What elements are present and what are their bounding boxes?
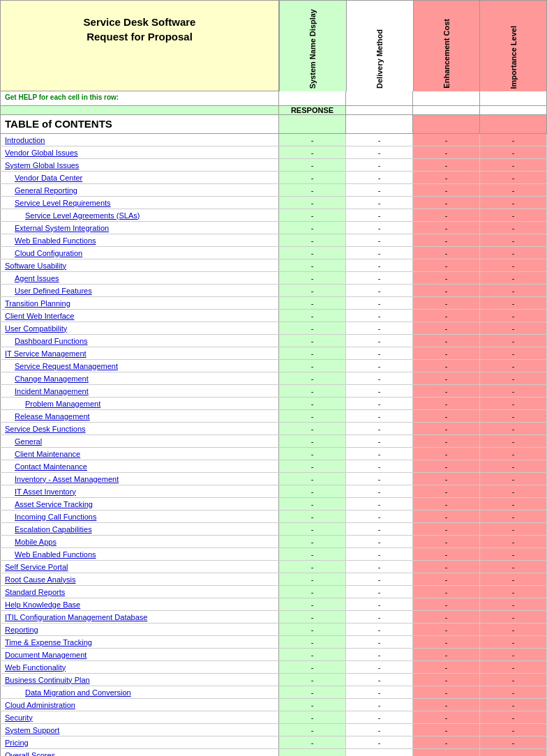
row-col[interactable]: - — [346, 523, 413, 535]
row-col[interactable]: - — [279, 372, 346, 384]
row-col[interactable]: - — [279, 360, 346, 372]
row-col[interactable]: - — [413, 398, 480, 409]
row-col[interactable]: - — [346, 460, 413, 472]
row-col[interactable]: - — [346, 360, 413, 372]
row-col[interactable]: - — [279, 536, 346, 547]
row-col[interactable]: - — [480, 573, 547, 585]
row-col[interactable]: - — [346, 586, 413, 598]
row-label[interactable]: Agent Issues — [0, 272, 279, 284]
row-col[interactable]: - — [413, 649, 480, 660]
row-col[interactable]: - — [346, 636, 413, 648]
row-col[interactable]: - — [279, 347, 346, 359]
row-col[interactable]: - — [480, 661, 547, 673]
row-label[interactable]: Data Migration and Conversion — [0, 686, 279, 698]
row-col[interactable]: - — [346, 247, 413, 259]
row-col[interactable]: - — [279, 172, 346, 183]
row-col[interactable]: - — [413, 435, 480, 447]
row-label[interactable]: Release Management — [0, 410, 279, 422]
row-col[interactable]: - — [413, 724, 480, 736]
row-col[interactable]: - — [279, 297, 346, 309]
row-col[interactable]: - — [279, 159, 346, 171]
row-col[interactable]: - — [346, 561, 413, 573]
row-col[interactable]: - — [413, 172, 480, 183]
row-col[interactable]: - — [480, 172, 547, 183]
row-label[interactable]: Introduction — [0, 134, 279, 146]
row-col[interactable]: - — [480, 485, 547, 497]
row-col[interactable]: - — [346, 372, 413, 384]
row-col[interactable]: - — [413, 222, 480, 234]
row-col[interactable]: - — [346, 536, 413, 547]
row-label[interactable]: Root Cause Analysis — [0, 573, 279, 585]
row-col[interactable]: - — [346, 159, 413, 171]
row-col[interactable]: - — [413, 159, 480, 171]
row-col[interactable]: - — [279, 724, 346, 736]
row-col[interactable]: - — [413, 310, 480, 322]
row-label[interactable]: Service Request Management — [0, 360, 279, 372]
row-label[interactable]: Escalation Capabilities — [0, 523, 279, 535]
row-col[interactable]: - — [346, 511, 413, 522]
row-col[interactable]: - — [480, 724, 547, 736]
row-label[interactable]: Business Continuity Plan — [0, 674, 279, 686]
row-col[interactable]: - — [480, 410, 547, 422]
row-col[interactable]: - — [480, 699, 547, 711]
row-col[interactable]: - — [279, 285, 346, 296]
row-col[interactable]: - — [279, 247, 346, 259]
row-col[interactable]: - — [346, 623, 413, 635]
row-label[interactable]: Problem Management — [0, 398, 279, 409]
row-col[interactable]: - — [279, 184, 346, 196]
row-col[interactable]: - — [346, 423, 413, 434]
row-col[interactable]: - — [413, 611, 480, 623]
row-label[interactable]: Document Management — [0, 649, 279, 660]
row-col[interactable]: - — [413, 485, 480, 497]
row-label[interactable]: Inventory - Asset Management — [0, 473, 279, 485]
row-col[interactable]: - — [279, 134, 346, 146]
row-col[interactable]: - — [413, 259, 480, 271]
row-label[interactable]: Change Management — [0, 372, 279, 384]
row-col[interactable]: - — [480, 209, 547, 221]
row-label[interactable]: Incoming Call Functions — [0, 511, 279, 522]
row-col[interactable]: - — [480, 674, 547, 686]
row-col[interactable]: - — [279, 749, 346, 756]
row-label[interactable]: General — [0, 435, 279, 447]
row-col[interactable]: - — [413, 372, 480, 384]
row-col[interactable]: - — [480, 159, 547, 171]
row-label[interactable]: Software Usability — [0, 259, 279, 271]
row-col[interactable]: - — [480, 749, 547, 756]
row-col[interactable]: - — [279, 335, 346, 347]
row-col[interactable]: - — [346, 146, 413, 158]
row-col[interactable]: - — [480, 711, 547, 723]
row-col[interactable]: - — [346, 674, 413, 686]
row-col[interactable]: - — [346, 686, 413, 698]
row-col[interactable]: - — [480, 598, 547, 610]
row-col[interactable]: - — [346, 184, 413, 196]
row-col[interactable]: - — [480, 197, 547, 209]
row-col[interactable]: - — [413, 636, 480, 648]
row-col[interactable]: - — [413, 385, 480, 397]
row-col[interactable]: - — [480, 259, 547, 271]
row-col[interactable]: - — [279, 561, 346, 573]
row-col[interactable]: - — [346, 347, 413, 359]
row-col[interactable]: - — [480, 335, 547, 347]
row-col[interactable]: - — [279, 661, 346, 673]
row-col[interactable]: - — [346, 297, 413, 309]
row-col[interactable]: - — [413, 146, 480, 158]
row-col[interactable]: - — [413, 548, 480, 560]
row-label[interactable]: Incident Management — [0, 385, 279, 397]
row-col[interactable]: - — [346, 310, 413, 322]
row-col[interactable]: - — [480, 511, 547, 522]
row-col[interactable]: - — [346, 134, 413, 146]
row-label[interactable]: Service Desk Functions — [0, 423, 279, 434]
row-col[interactable]: - — [480, 146, 547, 158]
row-col[interactable]: - — [480, 234, 547, 246]
row-col[interactable]: - — [413, 674, 480, 686]
row-label[interactable]: Web Enabled Functions — [0, 234, 279, 246]
row-label[interactable]: Client Web Interface — [0, 310, 279, 322]
row-label[interactable]: Client Maintenance — [0, 448, 279, 460]
row-col[interactable]: - — [346, 699, 413, 711]
row-col[interactable]: - — [480, 548, 547, 560]
row-col[interactable]: - — [480, 398, 547, 409]
row-label[interactable]: Dashboard Functions — [0, 335, 279, 347]
row-col[interactable]: - — [480, 360, 547, 372]
row-col[interactable]: - — [279, 398, 346, 409]
row-label[interactable]: Asset Service Tracking — [0, 498, 279, 510]
